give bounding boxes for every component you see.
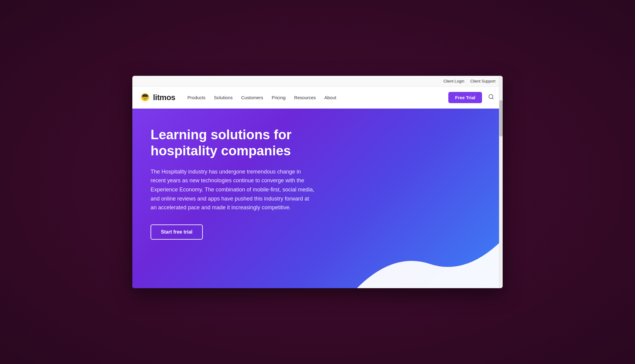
hero-section: Learning solutions for hospitality compa… bbox=[132, 109, 503, 288]
nav-header: litmos Products Solutions Customers Pric… bbox=[132, 87, 503, 109]
nav-item-resources[interactable]: Resources bbox=[294, 95, 316, 100]
search-button[interactable] bbox=[487, 93, 495, 103]
utility-bar: Client Login Client Support bbox=[132, 76, 503, 87]
svg-line-10 bbox=[492, 98, 494, 99]
free-trial-button[interactable]: Free Trial bbox=[448, 92, 482, 103]
browser-window: Client Login Client Support bbox=[132, 76, 503, 288]
logo-link[interactable]: litmos bbox=[140, 92, 175, 103]
client-login-link[interactable]: Client Login bbox=[443, 79, 464, 83]
client-support-link[interactable]: Client Support bbox=[470, 79, 495, 83]
hero-body: The Hospitality industry has undergone t… bbox=[151, 167, 314, 212]
nav-item-about[interactable]: About bbox=[324, 95, 336, 100]
nav-item-customers[interactable]: Customers bbox=[241, 95, 263, 100]
litmos-logo-icon bbox=[140, 92, 151, 103]
search-icon bbox=[488, 94, 494, 100]
hero-wave-decoration bbox=[357, 228, 503, 288]
nav-item-products[interactable]: Products bbox=[188, 95, 205, 100]
nav-item-pricing[interactable]: Pricing bbox=[272, 95, 286, 100]
nav-links: Products Solutions Customers Pricing Res… bbox=[188, 95, 449, 100]
hero-title: Learning solutions for hospitality compa… bbox=[151, 127, 308, 159]
nav-item-solutions[interactable]: Solutions bbox=[214, 95, 233, 100]
scrollbar[interactable] bbox=[499, 76, 503, 288]
nav-right: Free Trial bbox=[448, 92, 495, 103]
logo-text: litmos bbox=[153, 93, 175, 102]
scrollbar-thumb[interactable] bbox=[499, 100, 503, 136]
start-free-trial-button[interactable]: Start free trial bbox=[151, 224, 203, 240]
